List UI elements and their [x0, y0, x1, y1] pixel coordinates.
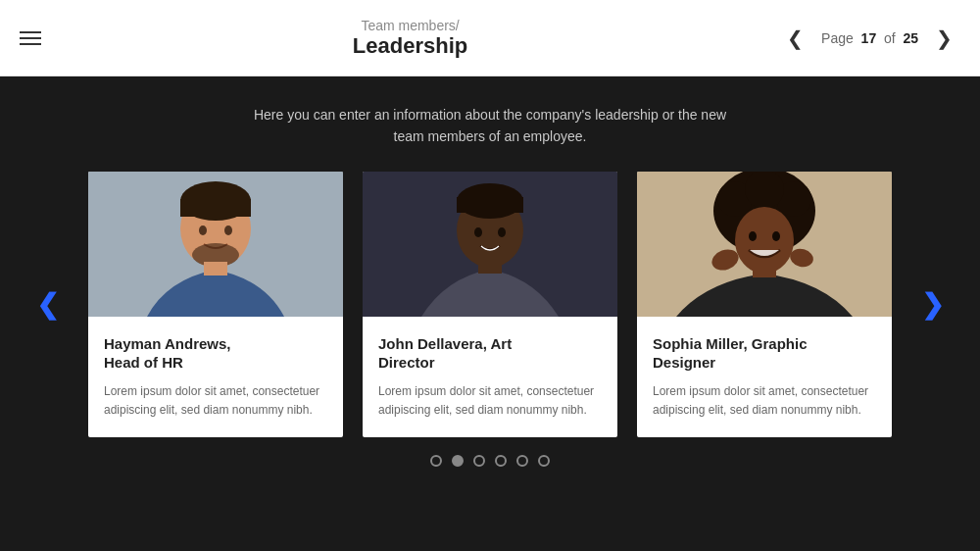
card-1: Hayman Andrews,Head of HR Lorem ipsum do… [88, 172, 343, 437]
svg-rect-12 [457, 197, 523, 213]
header-left [20, 31, 41, 45]
svg-point-13 [474, 227, 482, 237]
dots-container [430, 455, 550, 467]
svg-point-21 [735, 207, 794, 274]
card-3-body: Sophia Miller, GraphicDesigner Lorem ips… [637, 317, 892, 437]
header-center: Team members/ Leadership [41, 18, 779, 59]
card-2-desc: Lorem ipsum dolor sit amet, consectetuer… [378, 382, 602, 420]
next-page-button[interactable]: ❯ [928, 25, 960, 52]
carousel-prev-button[interactable]: ❮ [24, 280, 71, 328]
card-3-name: Sophia Miller, GraphicDesigner [653, 334, 876, 373]
dot-2[interactable] [473, 455, 485, 467]
page-info: Page 17 of 25 [821, 30, 918, 46]
dot-5[interactable] [538, 455, 550, 467]
dot-4[interactable] [516, 455, 528, 467]
carousel: ❮ [78, 172, 902, 437]
page-title: Leadership [41, 33, 779, 59]
dot-0[interactable] [430, 455, 442, 467]
svg-rect-8 [204, 262, 227, 276]
svg-point-22 [749, 231, 757, 241]
card-3-desc: Lorem ipsum dolor sit amet, consectetuer… [653, 382, 876, 420]
card-2-body: John Dellavera, ArtDirector Lorem ipsum … [363, 317, 617, 437]
cards-container: Hayman Andrews,Head of HR Lorem ipsum do… [88, 172, 892, 437]
carousel-next-button[interactable]: ❯ [909, 280, 956, 328]
page-current: 17 [861, 30, 877, 46]
page-subtitle: Team members/ [41, 18, 779, 33]
card-2-name: John Dellavera, ArtDirector [378, 334, 602, 373]
prev-page-button[interactable]: ❮ [779, 25, 811, 52]
svg-point-6 [224, 225, 232, 235]
description-text: Here you can enter an information about … [245, 104, 735, 148]
card-3: Sophia Miller, GraphicDesigner Lorem ips… [637, 172, 892, 437]
svg-rect-4 [180, 199, 251, 217]
card-3-image [637, 172, 892, 317]
card-1-image [88, 172, 343, 317]
card-1-desc: Lorem ipsum dolor sit amet, consectetuer… [104, 382, 327, 420]
card-1-body: Hayman Andrews,Head of HR Lorem ipsum do… [88, 317, 343, 437]
svg-point-5 [199, 225, 207, 235]
content-area: Here you can enter an information about … [0, 76, 980, 551]
menu-icon[interactable] [20, 31, 41, 45]
page-label: Page [821, 30, 854, 46]
header: Team members/ Leadership ❮ Page 17 of 25… [0, 0, 980, 76]
dot-3[interactable] [495, 455, 507, 467]
svg-rect-26 [753, 266, 776, 277]
card-1-name: Hayman Andrews,Head of HR [104, 334, 327, 373]
page-total: 25 [903, 30, 918, 46]
svg-point-14 [498, 227, 506, 237]
dot-1[interactable] [452, 455, 464, 467]
svg-point-23 [772, 231, 780, 241]
card-2-image [363, 172, 617, 317]
svg-rect-15 [478, 262, 502, 274]
page-of: of [884, 30, 896, 46]
header-right: ❮ Page 17 of 25 ❯ [779, 25, 960, 52]
card-2: John Dellavera, ArtDirector Lorem ipsum … [363, 172, 617, 437]
